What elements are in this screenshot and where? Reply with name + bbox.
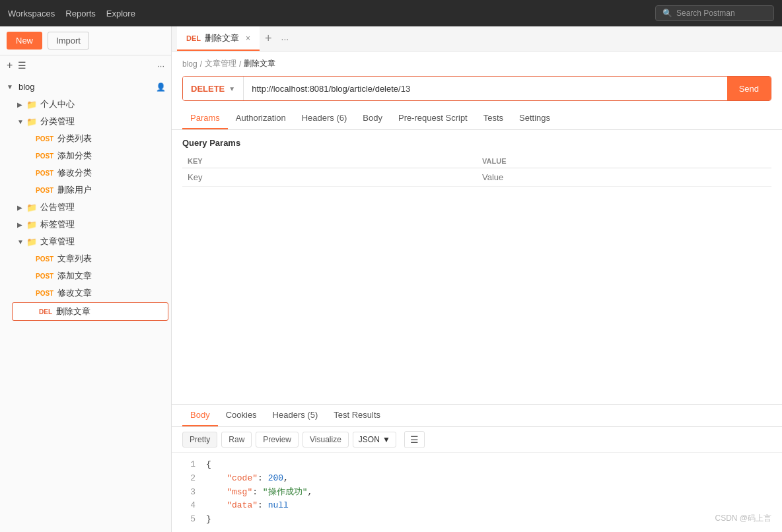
sidebar-content: ▼ blog 👤 ▶ 📁 个人中心 ▼ 📁 分类管理 POST 分类列表 [0,75,171,532]
tab-tests[interactable]: Tests [476,108,511,129]
params-table: KEY VALUE [182,154,771,187]
nav-reports[interactable]: Reports [65,9,96,18]
method-badge-post: POST [36,290,53,297]
resp-tab-body[interactable]: Body [182,405,218,426]
json-format-label: JSON [359,435,380,444]
main-layout: New Import + ☰ ··· ▼ blog 👤 ▶ 📁 个人中心 [0,26,782,532]
chevron-down-icon: ▼ [17,238,26,246]
sidebar-item-article-delete[interactable]: DEL 删除文章 [12,302,168,321]
sidebar-item-label: 分类列表 [57,133,166,145]
watermark: CSDN @码上言 [715,513,771,524]
top-nav: Workspaces Reports Explore 🔍 Search Post… [0,0,782,26]
sidebar-item-category-add[interactable]: POST 添加分类 [9,147,171,164]
pretty-button[interactable]: Pretty [182,432,217,448]
method-selector[interactable]: DELETE ▼ [183,77,244,100]
sidebar-item-article-edit[interactable]: POST 修改文章 [9,284,171,302]
spacer [172,195,782,404]
folder-icon: 📁 [26,220,37,230]
dropdown-arrow-icon: ▼ [229,85,235,92]
resp-tab-test-results[interactable]: Test Results [326,405,388,426]
code-line-5: 5 } [182,513,771,527]
chevron-down-icon: ▼ [7,83,16,90]
code-line-3: 3 "msg": "操作成功", [182,486,771,500]
sidebar-buttons: New Import [7,32,89,50]
sidebar-item-article-list[interactable]: POST 文章列表 [9,250,171,267]
method-label: DELETE [191,84,225,94]
search-icon: 🔍 [662,9,672,18]
breadcrumb: blog / 文章管理 / 删除文章 [182,58,771,69]
key-column-header: KEY [182,154,477,168]
breadcrumb-parent: 文章管理 [205,58,236,69]
sidebar-item-label: 个人中心 [40,98,166,110]
key-input[interactable] [188,172,472,182]
response-area: Body Cookies Headers (5) Test Results Pr… [172,404,782,532]
tab-article-delete[interactable]: DEL 删除文章 × [177,26,260,51]
blog-root-label: blog [18,82,156,92]
sidebar-item-label: 文章列表 [57,253,166,265]
sidebar-tools: + ☰ ··· [0,55,171,75]
tab-params[interactable]: Params [182,108,228,129]
method-badge-del: DEL [39,308,52,316]
search-bar[interactable]: 🔍 Search Postman [655,5,774,21]
tab-pre-request[interactable]: Pre-request Script [390,108,476,129]
sidebar-item-category-list[interactable]: POST 分类列表 [9,130,171,147]
sidebar-item-tag-mgmt[interactable]: ▶ 📁 标签管理 [0,216,171,233]
tab-more-button[interactable]: ··· [277,34,293,44]
filter-button[interactable]: ☰ [404,431,425,448]
visualize-button[interactable]: Visualize [302,432,349,448]
tab-close-button[interactable]: × [246,34,250,43]
nav-workspaces[interactable]: Workspaces [8,9,55,18]
tab-headers[interactable]: Headers (6) [294,108,355,129]
chevron-down-icon: ▼ [17,118,26,125]
dropdown-arrow-icon: ▼ [382,435,390,444]
tab-authorization[interactable]: Authorization [228,108,294,129]
sidebar-item-user-delete[interactable]: POST 删除用户 [9,182,171,199]
breadcrumb-sep1: / [200,59,202,69]
sidebar-item-article-add[interactable]: POST 添加文章 [9,267,171,284]
tab-settings[interactable]: Settings [511,108,558,129]
preview-button[interactable]: Preview [256,432,299,448]
sidebar-item-label: 添加文章 [57,270,166,282]
add-collection-icon[interactable]: + [7,59,13,71]
tab-body[interactable]: Body [355,108,390,129]
chevron-right-icon: ▶ [17,101,26,108]
new-button[interactable]: New [7,32,42,50]
code-line-4: 4 "data": null [182,499,771,513]
sidebar-item-blog-root[interactable]: ▼ blog 👤 [0,78,171,96]
import-button[interactable]: Import [48,32,89,50]
sidebar-item-article-mgmt[interactable]: ▼ 📁 文章管理 [0,233,171,250]
request-area: blog / 文章管理 / 删除文章 DELETE ▼ Send [172,51,782,108]
params-area: Query Params KEY VALUE [172,130,782,195]
json-format-selector[interactable]: JSON ▼ [353,432,396,448]
filter-icon[interactable]: ☰ [18,60,26,71]
method-badge-post: POST [36,170,53,177]
response-tabs: Body Cookies Headers (5) Test Results [172,405,782,427]
breadcrumb-current: 删除文章 [244,58,275,69]
code-line-2: 2 "code": 200, [182,472,771,486]
more-options-icon[interactable]: ··· [157,61,164,71]
breadcrumb-root: blog [182,59,197,69]
sidebar-item-label: 修改文章 [57,287,166,299]
tab-add-button[interactable]: + [260,32,277,46]
resp-tab-cookies[interactable]: Cookies [218,405,265,426]
sidebar-item-category-mgmt[interactable]: ▼ 📁 分类管理 [0,113,171,130]
nav-explore[interactable]: Explore [106,9,135,18]
resp-tab-headers[interactable]: Headers (5) [265,405,326,426]
method-badge-post: POST [36,152,53,160]
resp-toolbar: Pretty Raw Preview Visualize JSON ▼ ☰ [172,427,782,453]
sidebar-item-category-edit[interactable]: POST 修改分类 [9,164,171,182]
breadcrumb-sep2: / [239,59,241,69]
sidebar-item-personal[interactable]: ▶ 📁 个人中心 [0,96,171,113]
search-placeholder: Search Postman [676,9,735,18]
chevron-right-icon: ▶ [17,221,26,228]
value-input[interactable] [482,172,766,182]
sidebar-item-notice-mgmt[interactable]: ▶ 📁 公告管理 [0,199,171,216]
category-group: POST 分类列表 POST 添加分类 POST 修改分类 POST 删除用户 [0,130,171,199]
url-input[interactable] [244,77,727,100]
method-badge-post: POST [36,273,53,280]
raw-button[interactable]: Raw [221,432,252,448]
person-icon: 👤 [156,83,166,92]
response-code-block: 1 { 2 "code": 200, 3 "msg": "操作成功", 4 "d… [172,453,782,532]
send-button[interactable]: Send [727,77,771,100]
sidebar-item-label: 公告管理 [40,201,166,213]
